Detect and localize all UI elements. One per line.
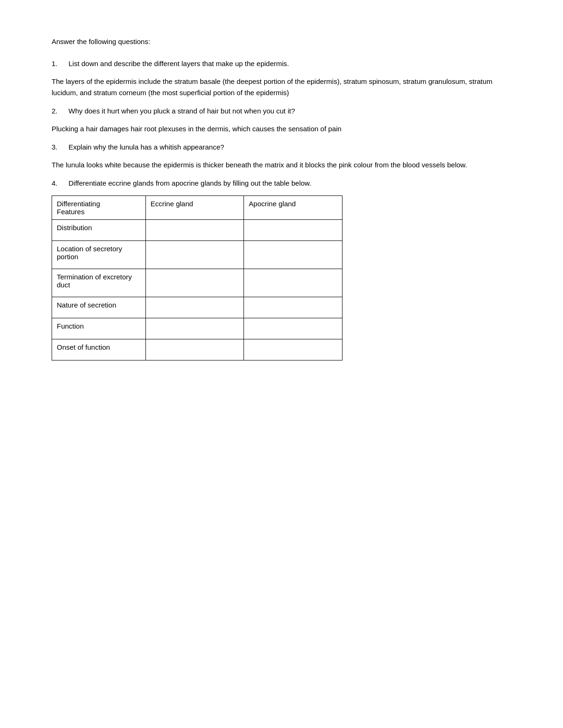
question-4-number: 4. bbox=[52, 179, 65, 187]
answer-2-text: Plucking a hair damages hair root plexus… bbox=[52, 123, 511, 135]
table-apocrine-function bbox=[244, 318, 342, 339]
question-3-number: 3. bbox=[52, 143, 65, 151]
table-feature-termination: Termination of excretoryduct bbox=[52, 269, 146, 297]
table-row-location: Location of secretoryportion bbox=[52, 241, 342, 269]
differentiation-table: DifferentiatingFeatures Eccrine gland Ap… bbox=[52, 195, 342, 360]
question-1-text: List down and describe the different lay… bbox=[68, 60, 511, 68]
table-eccrine-termination bbox=[145, 269, 244, 297]
table-eccrine-distribution bbox=[145, 220, 244, 241]
table-row-distribution: Distribution bbox=[52, 220, 342, 241]
table-feature-location: Location of secretoryportion bbox=[52, 241, 146, 269]
question-4-text: Differentiate eccrine glands from apocri… bbox=[68, 179, 511, 187]
table-eccrine-function bbox=[145, 318, 244, 339]
question-3-text: Explain why the lunula has a whitish app… bbox=[68, 143, 511, 151]
intro-text: Answer the following questions: bbox=[52, 38, 511, 45]
table-header-col2: Eccrine gland bbox=[145, 196, 244, 220]
table-eccrine-location bbox=[145, 241, 244, 269]
table-apocrine-nature bbox=[244, 297, 342, 318]
table-row-function: Function bbox=[52, 318, 342, 339]
answer-1-text: The layers of the epidermis include the … bbox=[52, 76, 511, 98]
table-header-col3: Apocrine gland bbox=[244, 196, 342, 220]
table-eccrine-onset bbox=[145, 339, 244, 360]
table-apocrine-onset bbox=[244, 339, 342, 360]
table-apocrine-location bbox=[244, 241, 342, 269]
table-row-nature: Nature of secretion bbox=[52, 297, 342, 318]
table-feature-onset: Onset of function bbox=[52, 339, 146, 360]
table-feature-nature: Nature of secretion bbox=[52, 297, 146, 318]
table-header-row: DifferentiatingFeatures Eccrine gland Ap… bbox=[52, 196, 342, 220]
answer-3-text: The lunula looks white because the epide… bbox=[52, 159, 511, 171]
table-apocrine-distribution bbox=[244, 220, 342, 241]
question-4-block: 4. Differentiate eccrine glands from apo… bbox=[52, 179, 511, 187]
question-1-number: 1. bbox=[52, 60, 65, 68]
question-2-text: Why does it hurt when you pluck a strand… bbox=[68, 107, 511, 115]
table-row-onset: Onset of function bbox=[52, 339, 342, 360]
table-feature-function: Function bbox=[52, 318, 146, 339]
table-eccrine-nature bbox=[145, 297, 244, 318]
table-feature-distribution: Distribution bbox=[52, 220, 146, 241]
table-row-termination: Termination of excretoryduct bbox=[52, 269, 342, 297]
table-header-col1: DifferentiatingFeatures bbox=[52, 196, 146, 220]
question-1-block: 1. List down and describe the different … bbox=[52, 60, 511, 68]
question-2-block: 2. Why does it hurt when you pluck a str… bbox=[52, 107, 511, 115]
table-apocrine-termination bbox=[244, 269, 342, 297]
question-2-number: 2. bbox=[52, 107, 65, 115]
question-3-block: 3. Explain why the lunula has a whitish … bbox=[52, 143, 511, 151]
